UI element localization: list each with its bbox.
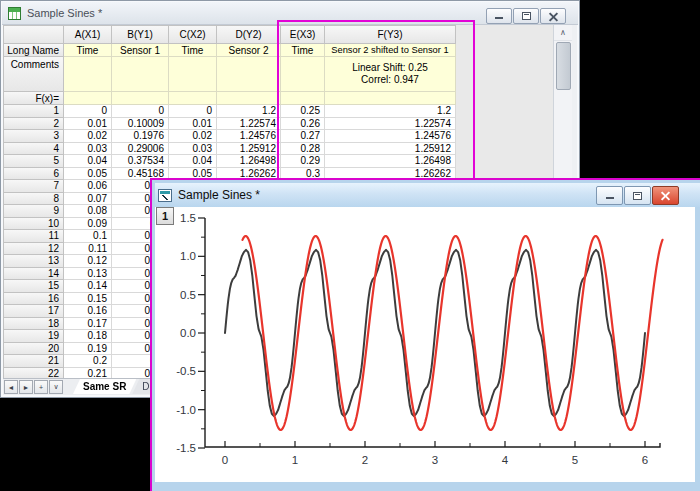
worksheet-cell[interactable]: 0.26 <box>281 118 325 131</box>
worksheet-cell[interactable]: 0.09 <box>64 218 112 231</box>
worksheet-cell[interactable]: 0.01 <box>169 118 217 131</box>
graph-close-button[interactable] <box>652 186 679 205</box>
graph-window[interactable]: Sample Sines * 1 0123456-1.5-1.0-0.50.00… <box>150 178 700 491</box>
scrollbar-thumb[interactable] <box>556 42 571 90</box>
worksheet-cell[interactable]: 0.11 <box>64 243 112 256</box>
comments-cell[interactable] <box>217 57 281 92</box>
row-header[interactable]: 20 <box>4 343 64 356</box>
worksheet-cell[interactable]: 0.14 <box>64 280 112 293</box>
long-name-cell[interactable]: Time <box>281 44 325 57</box>
row-header[interactable]: 10 <box>4 218 64 231</box>
worksheet-cell[interactable]: 1.22574 <box>325 118 456 131</box>
row-header[interactable]: 21 <box>4 355 64 368</box>
close-button[interactable] <box>540 8 566 24</box>
worksheet-titlebar[interactable]: Sample Sines * <box>2 2 578 25</box>
worksheet-cell[interactable]: 0.04 <box>169 155 217 168</box>
worksheet-cell[interactable]: 0.08 <box>64 205 112 218</box>
worksheet-cell[interactable]: 1.2 <box>217 105 281 118</box>
row-header[interactable]: 7 <box>4 180 64 193</box>
worksheet-cell[interactable]: 0.29 <box>281 155 325 168</box>
scroll-up-button[interactable]: ∧ <box>554 25 572 41</box>
column-header[interactable]: D(Y2) <box>217 26 281 44</box>
restore-button[interactable] <box>513 8 539 24</box>
worksheet-cell[interactable]: 0.29006 <box>112 143 169 156</box>
fx-cell[interactable] <box>281 92 325 105</box>
worksheet-cell[interactable]: 0.17 <box>64 318 112 331</box>
worksheet-cell[interactable]: 0.02 <box>64 130 112 143</box>
worksheet-cell[interactable]: 1.25912 <box>325 143 456 156</box>
worksheet-cell[interactable]: 0.04 <box>64 155 112 168</box>
row-label-comments[interactable]: Comments <box>4 57 64 92</box>
layer-1-button[interactable]: 1 <box>156 207 174 225</box>
column-header[interactable]: E(X3) <box>281 26 325 44</box>
worksheet-cell[interactable]: 0.02 <box>169 130 217 143</box>
fx-cell[interactable] <box>325 92 456 105</box>
row-header[interactable]: 4 <box>4 143 64 156</box>
worksheet-cell[interactable]: 0.25 <box>281 105 325 118</box>
row-header[interactable]: 9 <box>4 205 64 218</box>
worksheet-cell[interactable]: 0.19 <box>64 343 112 356</box>
worksheet-cell[interactable]: 0.1 <box>64 230 112 243</box>
row-header[interactable]: 1 <box>4 105 64 118</box>
sheet-list-button[interactable]: ∨ <box>49 380 63 394</box>
comments-cell[interactable] <box>64 57 112 92</box>
row-header[interactable]: 11 <box>4 230 64 243</box>
column-header[interactable]: F(Y3) <box>325 26 456 44</box>
row-header[interactable]: 6 <box>4 168 64 181</box>
minimize-button[interactable] <box>486 8 512 24</box>
worksheet-cell[interactable]: 0 <box>112 105 169 118</box>
long-name-cell[interactable]: Time <box>169 44 217 57</box>
row-header[interactable]: 18 <box>4 318 64 331</box>
row-header[interactable]: 3 <box>4 130 64 143</box>
worksheet-cell[interactable]: 0.2 <box>64 355 112 368</box>
worksheet-cell[interactable]: 1.22574 <box>217 118 281 131</box>
row-header[interactable]: 14 <box>4 268 64 281</box>
fx-cell[interactable] <box>217 92 281 105</box>
worksheet-cell[interactable]: 0.12 <box>64 255 112 268</box>
sheet-tab-same-sr[interactable]: Same SR <box>73 379 136 394</box>
worksheet-cell[interactable]: 0.37534 <box>112 155 169 168</box>
worksheet-cell[interactable]: 0.18 <box>64 330 112 343</box>
row-header[interactable]: 13 <box>4 255 64 268</box>
row-header[interactable]: 16 <box>4 293 64 306</box>
worksheet-cell[interactable]: 0 <box>64 105 112 118</box>
long-name-cell[interactable]: Sensor 2 <box>217 44 281 57</box>
worksheet-cell[interactable]: 1.24576 <box>325 130 456 143</box>
corner-cell[interactable] <box>4 26 64 44</box>
long-name-cell[interactable]: Sensor 1 <box>112 44 169 57</box>
worksheet-cell[interactable]: 1.24576 <box>217 130 281 143</box>
worksheet-cell[interactable]: 0.13 <box>64 268 112 281</box>
column-header[interactable]: A(X1) <box>64 26 112 44</box>
worksheet-cell[interactable]: 0.03 <box>169 143 217 156</box>
row-header[interactable]: 5 <box>4 155 64 168</box>
tab-scroll-left-button[interactable]: ◄ <box>4 380 18 394</box>
worksheet-cell[interactable]: 0.06 <box>64 180 112 193</box>
worksheet-cell[interactable]: 0 <box>169 105 217 118</box>
comments-cell[interactable] <box>112 57 169 92</box>
add-sheet-button[interactable]: + <box>34 380 48 394</box>
row-header[interactable]: 17 <box>4 305 64 318</box>
graph-minimize-button[interactable] <box>596 186 623 205</box>
worksheet-cell[interactable]: 0.01 <box>64 118 112 131</box>
fx-cell[interactable] <box>112 92 169 105</box>
row-header[interactable]: 8 <box>4 193 64 206</box>
comments-cell[interactable]: Linear Shift: 0.25Correl: 0.947 <box>325 57 456 92</box>
comments-cell[interactable] <box>169 57 217 92</box>
row-header[interactable]: 12 <box>4 243 64 256</box>
worksheet-cell[interactable]: 0.16 <box>64 305 112 318</box>
graph-titlebar[interactable]: Sample Sines * <box>155 183 700 207</box>
worksheet-cell[interactable]: 1.26498 <box>325 155 456 168</box>
fx-cell[interactable] <box>169 92 217 105</box>
row-label-long-name[interactable]: Long Name <box>4 44 64 57</box>
worksheet-cell[interactable]: 0.1976 <box>112 130 169 143</box>
column-header[interactable]: B(Y1) <box>112 26 169 44</box>
worksheet-cell[interactable]: 0.03 <box>64 143 112 156</box>
row-header[interactable]: 19 <box>4 330 64 343</box>
worksheet-cell[interactable]: 0.07 <box>64 193 112 206</box>
row-label-fx[interactable]: F(x)= <box>4 92 64 105</box>
worksheet-cell[interactable]: 0.05 <box>64 168 112 181</box>
worksheet-cell[interactable]: 0.28 <box>281 143 325 156</box>
long-name-cell[interactable]: Time <box>64 44 112 57</box>
graph-restore-button[interactable] <box>624 186 651 205</box>
row-header[interactable]: 2 <box>4 118 64 131</box>
